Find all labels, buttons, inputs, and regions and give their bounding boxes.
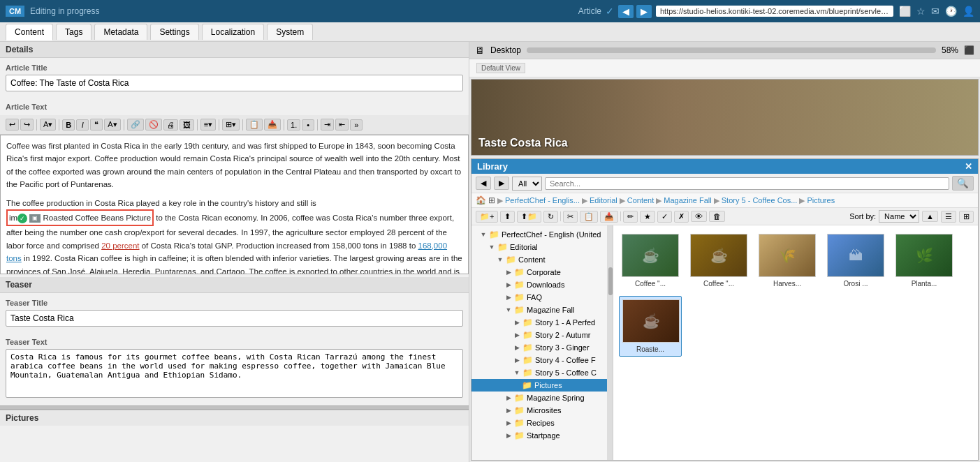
mail-icon[interactable]: ✉ — [931, 6, 939, 17]
lib-cut-button[interactable]: ✂ — [563, 211, 578, 223]
grid-item-harvest[interactable]: 🌾 Harves... — [756, 231, 819, 290]
lib-nav-up-button[interactable]: ⬆📁 — [517, 211, 541, 223]
top-bar-icons: ⬜ ☆ ✉ 🕐 👤 — [899, 6, 974, 17]
home-icon[interactable]: 🏠 — [476, 195, 486, 205]
tree-item-magazine-fall[interactable]: ▼ 📁 Magazine Fall — [471, 304, 607, 316]
breadcrumb-pictures[interactable]: Pictures — [807, 196, 835, 204]
more-button[interactable]: » — [350, 119, 363, 131]
lib-approve-button[interactable]: ✓ — [657, 211, 672, 223]
lib-preview-button[interactable]: 👁 — [691, 211, 707, 222]
library-close-button[interactable]: ✕ — [965, 161, 972, 172]
tree-item-story4[interactable]: ▶ 📁 Story 4 - Coffee F — [471, 354, 607, 366]
bold-button[interactable]: B — [62, 119, 75, 131]
breadcrumb-magazine-fall[interactable]: Magazine Fall — [664, 196, 711, 204]
list-view-button[interactable]: ☰ — [941, 211, 956, 223]
link-button[interactable]: 🔗 — [127, 119, 144, 131]
tree-item-startpage[interactable]: ▶ 📁 Startpage — [471, 429, 607, 442]
image-button[interactable]: 🖼 — [180, 119, 194, 131]
sort-select[interactable]: Name — [879, 210, 919, 223]
lib-bookmark-button[interactable]: ★ — [640, 211, 655, 223]
tab-localization[interactable]: Localization — [202, 24, 264, 40]
tree-item-story3[interactable]: ▶ 📁 Story 3 - Ginger — [471, 341, 607, 354]
unlink-button[interactable]: 🚫 — [145, 119, 162, 131]
user-icon[interactable]: 👤 — [963, 6, 974, 17]
expand-icon[interactable]: ⬛ — [964, 45, 974, 55]
tree-item-perfectchef[interactable]: ▼ 📁 PerfectChef - English (United — [471, 228, 607, 241]
library-search-input[interactable] — [545, 177, 949, 190]
redo-button[interactable]: ↪ — [20, 119, 34, 131]
zoom-slider[interactable] — [527, 47, 936, 53]
nav-forward-button[interactable]: ▶ — [636, 5, 652, 18]
grid-item-orosi[interactable]: 🏔 Orosi ... — [824, 231, 887, 290]
lib-back-button[interactable]: ◀ — [476, 177, 491, 190]
clock-icon[interactable]: 🕐 — [945, 6, 957, 17]
grid-view-button[interactable]: ⊞ — [959, 211, 974, 223]
breadcrumb-editorial[interactable]: Editorial — [590, 196, 617, 204]
tree-scrollbar[interactable] — [608, 225, 613, 460]
blockquote-button[interactable]: ❝ — [90, 119, 103, 131]
insert-button[interactable]: 📋 — [246, 119, 263, 131]
tree-item-content[interactable]: ▼ 📁 Content — [471, 253, 607, 266]
tree-item-microsites[interactable]: ▶ 📁 Microsites — [471, 404, 607, 417]
check-icon[interactable]: ✓ — [606, 6, 614, 17]
teaser-text-input[interactable]: Costa Rica is famous for its gourmet cof… — [6, 349, 463, 398]
tree-item-faq[interactable]: ▶ 📁 FAQ — [471, 291, 607, 304]
tab-content[interactable]: Content — [6, 24, 53, 40]
undo-button[interactable]: ↩ — [6, 119, 19, 131]
ul-button[interactable]: • — [302, 119, 314, 131]
table-button[interactable]: ⊞▾ — [222, 119, 240, 131]
tree-item-story5[interactable]: ▼ 📁 Story 5 - Coffee C — [471, 366, 607, 379]
tree-item-pictures[interactable]: 📁 Pictures — [471, 379, 607, 392]
paste-button[interactable]: 📥 — [264, 119, 281, 131]
tree-item-story1[interactable]: ▶ 📁 Story 1 - A Perfed — [471, 316, 607, 329]
lib-new-folder-button[interactable]: 📁+ — [476, 211, 498, 223]
tab-settings[interactable]: Settings — [150, 24, 198, 40]
tree-item-label: Editorial — [510, 243, 538, 251]
tree-item-editorial[interactable]: ▼ 📁 Editorial — [471, 241, 607, 253]
text-edit-area: Coffee was first planted in Costa Rica i… — [0, 135, 469, 274]
grid-item-planta[interactable]: 🌿 Planta... — [893, 231, 956, 290]
grid-item-roasted[interactable]: ☕ Roaste... — [619, 296, 682, 357]
ol-button[interactable]: 1. — [287, 119, 300, 131]
tree-item-story2[interactable]: ▶ 📁 Story 2 - Autumr — [471, 329, 607, 341]
outdent-button[interactable]: ⇤ — [335, 119, 349, 131]
lib-edit-button[interactable]: ✏ — [623, 211, 638, 223]
lib-copy-button[interactable]: 📋 — [580, 211, 598, 223]
tab-system[interactable]: System — [267, 24, 313, 40]
grid-item-coffee1[interactable]: ☕ Coffee "... — [619, 231, 682, 290]
tree-item-corporate[interactable]: ▶ 📁 Corporate — [471, 266, 607, 278]
lib-upload-button[interactable]: ⬆ — [500, 211, 515, 223]
tree-item-magazine-spring[interactable]: ▶ 📁 Magazine Spring — [471, 392, 607, 404]
library-search-button[interactable]: 🔍 — [952, 176, 974, 191]
lib-paste-button[interactable]: 📥 — [600, 211, 618, 223]
url-bar[interactable]: https://studio-helios.kontiki-test-02.co… — [656, 6, 893, 17]
article-text-content[interactable]: Coffee was first planted in Costa Rica i… — [0, 135, 469, 274]
lib-type-select[interactable]: All — [512, 177, 542, 191]
top-bar: CM Editing in progress Article ✓ ◀ ▶ htt… — [0, 0, 980, 22]
indent-button[interactable]: ⇥ — [321, 119, 334, 131]
breadcrumb-story5[interactable]: Story 5 - Coffee Cos... — [722, 196, 798, 204]
print-button[interactable]: 🖨 — [163, 119, 178, 131]
tab-tags[interactable]: Tags — [56, 24, 92, 40]
breadcrumb-content[interactable]: Content — [627, 196, 654, 204]
tablet-icon[interactable]: ⬜ — [899, 6, 911, 17]
font-button[interactable]: A▾ — [40, 119, 56, 131]
sort-asc-button[interactable]: ▲ — [922, 211, 938, 222]
lib-refresh-button[interactable]: ↻ — [543, 211, 558, 223]
lib-forward-button[interactable]: ▶ — [494, 177, 509, 190]
lib-delete-button[interactable]: 🗑 — [709, 211, 725, 222]
tab-metadata[interactable]: Metadata — [94, 24, 147, 40]
grid-item-coffee2[interactable]: ☕ Coffee "... — [687, 231, 750, 290]
teaser-title-input[interactable] — [6, 310, 463, 327]
font-color-button[interactable]: A▾ — [104, 119, 120, 131]
star-icon[interactable]: ☆ — [916, 6, 926, 17]
nav-back-button[interactable]: ◀ — [618, 5, 634, 18]
breadcrumb-perfectchef[interactable]: PerfectChef - Englis... — [505, 196, 580, 204]
tree-item-downloads[interactable]: ▶ 📁 Downloads — [471, 278, 607, 291]
tree-item-recipes[interactable]: ▶ 📁 Recipes — [471, 417, 607, 429]
grid-icon[interactable]: ⊞ — [488, 195, 495, 205]
italic-button[interactable]: I — [76, 119, 89, 131]
article-title-input[interactable] — [6, 75, 463, 91]
align-button[interactable]: ≡▾ — [200, 119, 216, 131]
lib-reject-button[interactable]: ✗ — [674, 211, 689, 223]
